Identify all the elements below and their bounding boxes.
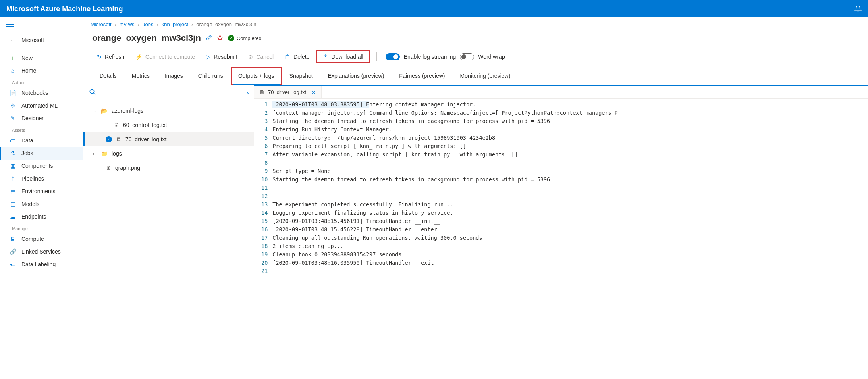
- editor-tabs: 🗎 70_driver_log.txt ✕: [254, 86, 868, 99]
- page-header: orange_oxygen_mw3cl3jn ✓ Completed: [83, 31, 868, 48]
- editor-tab-driver-log[interactable]: 🗎 70_driver_log.txt ✕: [254, 86, 322, 98]
- tab-explanations-preview-[interactable]: Explanations (preview): [320, 67, 392, 85]
- cancel-x-icon: ⊘: [248, 54, 253, 60]
- nav-icon: ✎: [10, 115, 16, 121]
- nav-item-data[interactable]: 🗃Data: [0, 134, 83, 147]
- word-wrap-toggle[interactable]: Word wrap: [460, 53, 505, 60]
- nav-icon: 🖥: [10, 236, 16, 242]
- delete-button[interactable]: 🗑 Delete: [280, 50, 314, 63]
- nav-icon: 🗃: [10, 137, 16, 144]
- nav-icon: ☁: [10, 214, 16, 220]
- svg-marker-0: [217, 35, 222, 40]
- nav-item-data-labeling[interactable]: 🏷Data Labeling: [0, 258, 83, 271]
- nav-item-jobs[interactable]: ⚗Jobs: [0, 147, 83, 160]
- edit-icon[interactable]: [206, 35, 212, 42]
- svg-point-1: [90, 89, 94, 94]
- download-icon: [323, 53, 328, 60]
- nav-icon: 🏷: [10, 261, 16, 267]
- breadcrumb-sep: ›: [156, 21, 158, 27]
- nav-item-compute[interactable]: 🖥Compute: [0, 233, 83, 245]
- topbar: Microsoft Azure Machine Learning: [0, 0, 868, 17]
- folder-open-icon: 📂: [101, 108, 108, 114]
- nav-item-automated-ml[interactable]: ⚙Automated ML: [0, 99, 83, 112]
- editor: 🗎 70_driver_log.txt ✕ 123456789101112131…: [254, 85, 868, 379]
- nav-item-home[interactable]: ⌂Home: [0, 64, 83, 77]
- status-badge: ✓ Completed: [228, 35, 262, 41]
- play-icon: ▷: [206, 54, 210, 60]
- chevron-down-icon: ⌄: [93, 109, 97, 113]
- nav-item-designer[interactable]: ✎Designer: [0, 112, 83, 125]
- file-70-driver-log[interactable]: ✓ 🗎 70_driver_log.txt: [83, 132, 254, 146]
- folder-logs[interactable]: › 📁 logs: [83, 146, 254, 161]
- page-title: orange_oxygen_mw3cl3jn: [92, 33, 201, 43]
- plug-icon: ⚡: [135, 54, 142, 60]
- download-all-button[interactable]: Download all: [316, 50, 370, 63]
- tab-snapshot[interactable]: Snapshot: [282, 67, 320, 85]
- product-title: Microsoft Azure Machine Learning: [6, 5, 123, 13]
- folder-azureml-logs[interactable]: ⌄ 📂 azureml-logs: [83, 104, 254, 118]
- breadcrumb-link[interactable]: Jobs: [143, 21, 153, 27]
- nav-item-notebooks[interactable]: 📄Notebooks: [0, 87, 83, 99]
- check-circle-icon: ✓: [228, 35, 234, 41]
- nav-item-linked-services[interactable]: 🔗Linked Services: [0, 245, 83, 258]
- image-file-icon: 🗎: [106, 165, 111, 171]
- tab-fairness-preview-[interactable]: Fairness (preview): [392, 67, 452, 85]
- nav-section-author: Author: [0, 77, 83, 87]
- close-icon[interactable]: ✕: [312, 90, 316, 95]
- folder-icon: 📁: [101, 150, 108, 157]
- nav-icon: ◫: [10, 201, 16, 207]
- toolbar-separator: [376, 52, 377, 61]
- refresh-icon: ↻: [97, 54, 102, 60]
- nav-item-components[interactable]: ▦Components: [0, 160, 83, 172]
- file-icon: 🗎: [260, 89, 265, 95]
- bell-icon[interactable]: [854, 5, 862, 12]
- back-arrow-icon: ←: [10, 37, 16, 43]
- breadcrumb-sep: ›: [191, 21, 193, 27]
- tab-monitoring-preview-[interactable]: Monitoring (preview): [452, 67, 518, 85]
- nav-item-environments[interactable]: ▤Environments: [0, 185, 83, 198]
- hamburger-icon[interactable]: [0, 21, 83, 34]
- resubmit-button[interactable]: ▷ Resubmit: [201, 50, 242, 63]
- file-tree: ⌄ 📂 azureml-logs 🗎 60_control_log.txt ✓ …: [83, 100, 254, 379]
- tab-metrics[interactable]: Metrics: [124, 67, 157, 85]
- main: Microsoft›my-ws›Jobs›knn_project›orange_…: [83, 17, 868, 379]
- collapse-panel-icon[interactable]: «: [247, 90, 248, 96]
- tab-child-runs[interactable]: Child runs: [191, 67, 231, 85]
- file-icon: 🗎: [114, 122, 119, 128]
- breadcrumb-sep: ›: [115, 21, 116, 27]
- toolbar: ↻ Refresh ⚡ Connect to compute ▷ Resubmi…: [83, 48, 868, 67]
- nav-icon: ᛘ: [10, 175, 16, 182]
- search-icon[interactable]: [89, 88, 96, 97]
- nav-back[interactable]: ← Microsoft: [0, 34, 83, 46]
- breadcrumb-link[interactable]: my-ws: [120, 21, 135, 27]
- breadcrumb-link[interactable]: Microsoft: [91, 21, 112, 27]
- file-60-control-log[interactable]: 🗎 60_control_log.txt: [83, 118, 254, 132]
- connect-compute-button[interactable]: ⚡ Connect to compute: [131, 50, 200, 63]
- log-streaming-toggle[interactable]: Enable log streaming: [386, 53, 456, 60]
- nav-item-endpoints[interactable]: ☁Endpoints: [0, 210, 83, 223]
- nav-icon: ▤: [10, 188, 16, 194]
- nav-item-pipelines[interactable]: ᛘPipelines: [0, 172, 83, 185]
- nav-item-models[interactable]: ◫Models: [0, 198, 83, 210]
- breadcrumb: Microsoft›my-ws›Jobs›knn_project›orange_…: [83, 17, 868, 31]
- nav-icon: ⚙: [10, 102, 16, 109]
- code-content: [2020-09-01T03:48:03.383595] Entering co…: [272, 99, 618, 379]
- toggle-on-icon: [386, 53, 400, 60]
- tab-images[interactable]: Images: [157, 67, 191, 85]
- cancel-button[interactable]: ⊘ Cancel: [243, 50, 278, 63]
- tab-outputs-logs[interactable]: Outputs + logs: [231, 67, 282, 85]
- file-graph-png[interactable]: 🗎 graph.png: [83, 161, 254, 175]
- nav-icon: 📄: [10, 90, 16, 96]
- nav-section-assets: Assets: [0, 125, 83, 134]
- left-nav: ← Microsoft +New⌂Home Author 📄Notebooks⚙…: [0, 17, 83, 379]
- nav-section-manage: Manage: [0, 223, 83, 233]
- trash-icon: 🗑: [285, 54, 290, 60]
- breadcrumb-sep: ›: [138, 21, 139, 27]
- breadcrumb-link[interactable]: knn_project: [162, 21, 188, 27]
- star-icon[interactable]: [217, 35, 223, 42]
- nav-icon: ⌂: [10, 67, 16, 74]
- refresh-button[interactable]: ↻ Refresh: [92, 50, 129, 63]
- nav-item-new[interactable]: +New: [0, 52, 83, 64]
- tab-details[interactable]: Details: [92, 67, 124, 85]
- editor-body[interactable]: 123456789101112131415161718192021 [2020-…: [254, 99, 868, 379]
